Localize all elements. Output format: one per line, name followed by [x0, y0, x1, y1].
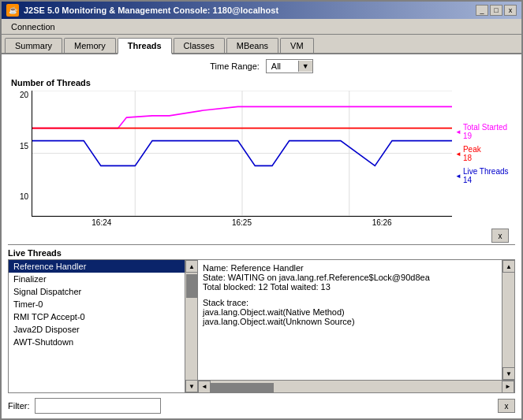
- y-label-15: 15: [20, 142, 28, 151]
- thread-detail: Name: Reference Handler State: WAITING o…: [198, 260, 502, 380]
- detail-scroll-down-button[interactable]: ▼: [502, 367, 514, 380]
- h-scroll-left-button[interactable]: ◄: [198, 381, 211, 393]
- chart-close-button[interactable]: x: [491, 229, 509, 243]
- total-started-arrow-icon: ◄: [455, 128, 461, 136]
- detail-blocked: Total blocked: 12 Total waited: 13: [203, 282, 497, 292]
- peak-arrow-icon: ◄: [455, 151, 461, 158]
- filter-label: Filter:: [8, 401, 30, 411]
- h-scroll-right-button[interactable]: ►: [502, 381, 514, 393]
- time-range-row: Time Range: All ▼: [2, 54, 521, 78]
- time-range-label: Time Range:: [210, 61, 260, 71]
- legend-live-label: Live Threads: [463, 167, 509, 176]
- chart-button-row: x: [8, 227, 515, 244]
- x-label-1624: 16:24: [92, 218, 111, 227]
- detail-name: Name: Reference Handler: [203, 263, 497, 273]
- filter-input[interactable]: [35, 398, 161, 414]
- detail-line2: java.lang.Object.wait(Unknown Source): [203, 317, 497, 326]
- legend-peak-label: Peak: [463, 145, 481, 154]
- thread-item-signal-dispatcher[interactable]: Signal Dispatcher: [9, 285, 185, 298]
- thread-item-rmi-tcp[interactable]: RMI TCP Accept-0: [9, 310, 185, 323]
- tab-memory[interactable]: Memory: [64, 38, 116, 53]
- scroll-track: [185, 273, 197, 380]
- legend-live-value: 14: [463, 176, 509, 184]
- thread-item-java2d[interactable]: Java2D Disposer: [9, 323, 185, 336]
- maximize-button[interactable]: □: [490, 5, 502, 16]
- detail-line1: java.lang.Object.wait(Native Method): [203, 307, 497, 317]
- main-window: ☕ J2SE 5.0 Monitoring & Management Conso…: [0, 0, 523, 420]
- x-label-1626: 16:26: [372, 218, 392, 227]
- window-title: J2SE 5.0 Monitoring & Management Console…: [24, 6, 278, 15]
- y-label-10: 10: [20, 192, 28, 201]
- live-threads-title: Live Threads: [8, 245, 515, 259]
- thread-item-timer0[interactable]: Timer-0: [9, 298, 185, 310]
- filter-left: Filter:: [8, 398, 161, 414]
- filter-row: Filter: x: [2, 393, 521, 418]
- thread-item-finalizer[interactable]: Finalizer: [9, 273, 185, 285]
- tab-threads[interactable]: Threads: [118, 38, 172, 54]
- chart-svg: [32, 91, 452, 216]
- chart-legend: ◄ Total Started 19 ◄ Peak 18: [452, 91, 515, 217]
- thread-item-awt-shutdown[interactable]: AWT-Shutdown: [9, 336, 185, 348]
- y-label-20: 20: [20, 91, 28, 99]
- menu-bar: Connection: [2, 19, 521, 35]
- filter-close-button[interactable]: x: [498, 399, 515, 413]
- detail-scrollbar[interactable]: ▲ ▼: [502, 260, 514, 380]
- chart-y-axis: 20 15 10: [8, 91, 32, 217]
- time-range-value: All: [267, 60, 298, 72]
- title-controls[interactable]: _ □ x: [476, 5, 517, 16]
- live-threads-section: Live Threads Reference Handler Finalizer…: [8, 244, 515, 393]
- x-label-1625: 16:25: [232, 218, 252, 227]
- live-threads-arrow-icon: ◄: [455, 173, 461, 180]
- detail-scroll-track: [502, 273, 514, 367]
- detail-state: State: WAITING on java.lang.ref.Referenc…: [203, 273, 497, 282]
- legend-total-started: ◄ Total Started 19: [455, 123, 515, 140]
- tab-vm[interactable]: VM: [280, 38, 314, 53]
- thread-detail-wrapper: Name: Reference Handler State: WAITING o…: [198, 260, 514, 392]
- scroll-up-button[interactable]: ▲: [185, 260, 198, 273]
- close-button[interactable]: x: [504, 5, 517, 16]
- title-bar: ☕ J2SE 5.0 Monitoring & Management Conso…: [2, 2, 521, 19]
- legend-total-started-label: Total Started: [463, 123, 507, 132]
- threads-list-inner[interactable]: Reference Handler Finalizer Signal Dispa…: [9, 260, 185, 392]
- threads-list: Reference Handler Finalizer Signal Dispa…: [9, 260, 198, 392]
- h-scroll-track: [211, 381, 502, 392]
- tab-classes[interactable]: Classes: [174, 38, 225, 53]
- threads-list-scrollbar[interactable]: ▲ ▼: [185, 260, 197, 392]
- chart-title: Number of Threads: [11, 78, 515, 87]
- detail-stack-trace: Stack trace:: [203, 298, 497, 307]
- x-labels: 16:24 16:25 16:26: [8, 218, 515, 227]
- tab-summary[interactable]: Summary: [5, 38, 62, 53]
- app-icon: ☕: [6, 4, 19, 17]
- detail-scroll-up-button[interactable]: ▲: [502, 260, 514, 273]
- detail-empty: [203, 292, 497, 298]
- threads-content: Reference Handler Finalizer Signal Dispa…: [8, 259, 515, 393]
- main-content: Time Range: All ▼ Number of Threads 20 1…: [2, 54, 521, 418]
- chart-container: 20 15 10: [8, 91, 515, 217]
- minimize-button[interactable]: _: [476, 5, 488, 16]
- chart-section: Number of Threads 20 15 10: [2, 78, 521, 244]
- time-range-arrow-icon[interactable]: ▼: [298, 61, 312, 72]
- legend-peak-value: 18: [463, 154, 481, 162]
- time-range-selector[interactable]: All ▼: [266, 59, 313, 73]
- tab-mbeans[interactable]: MBeans: [226, 38, 278, 53]
- menu-connection[interactable]: Connection: [5, 21, 62, 32]
- tabs-bar: Summary Memory Threads Classes MBeans VM: [2, 35, 521, 54]
- chart-area: [32, 91, 452, 217]
- scroll-thumb[interactable]: [186, 274, 197, 298]
- horizontal-scrollbar[interactable]: ◄ ►: [198, 380, 514, 392]
- legend-peak: ◄ Peak 18: [455, 145, 515, 162]
- scroll-down-button[interactable]: ▼: [185, 380, 198, 392]
- h-scroll-thumb[interactable]: [211, 383, 274, 392]
- thread-item-reference-handler[interactable]: Reference Handler: [9, 260, 185, 273]
- legend-total-started-value: 19: [463, 132, 507, 140]
- title-bar-left: ☕ J2SE 5.0 Monitoring & Management Conso…: [6, 4, 278, 17]
- legend-live-threads: ◄ Live Threads 14: [455, 167, 515, 184]
- thread-detail-with-scrollbar: Name: Reference Handler State: WAITING o…: [198, 260, 514, 380]
